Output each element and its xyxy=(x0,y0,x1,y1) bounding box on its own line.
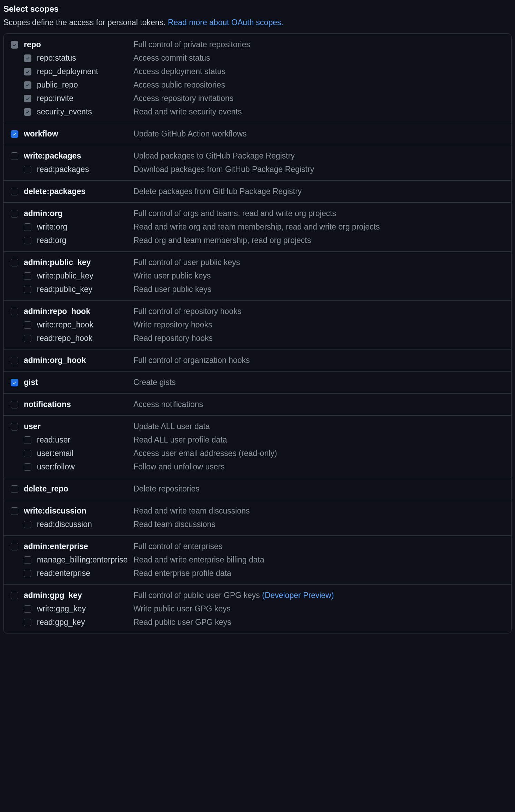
oauth-scopes-link[interactable]: Read more about OAuth scopes. xyxy=(168,18,283,27)
scope-checkbox[interactable] xyxy=(24,619,31,626)
scope-checkbox[interactable] xyxy=(24,286,31,293)
scope-name[interactable]: gist xyxy=(20,378,133,387)
scope-name[interactable]: admin:gpg_key xyxy=(20,591,133,600)
scope-row: write:public_keyWrite user public keys xyxy=(4,269,511,283)
scope-checkbox[interactable] xyxy=(24,81,31,89)
scope-checkbox[interactable] xyxy=(24,272,31,280)
scope-description-text: Full control of orgs and teams, read and… xyxy=(133,209,336,218)
checkbox-wrap xyxy=(11,41,20,49)
scope-checkbox[interactable] xyxy=(24,321,31,329)
scope-checkbox[interactable] xyxy=(11,379,18,386)
scope-group: delete_repoDelete repositories xyxy=(4,478,511,500)
scope-checkbox[interactable] xyxy=(11,485,18,493)
scope-name[interactable]: write:packages xyxy=(20,151,133,161)
scope-row: userUpdate ALL user data xyxy=(4,420,511,433)
scope-row: repo:statusAccess commit status xyxy=(4,51,511,65)
scope-checkbox[interactable] xyxy=(11,152,18,160)
scope-description: Read enterprise profile data xyxy=(133,569,511,578)
scope-name[interactable]: admin:repo_hook xyxy=(20,307,133,316)
scope-row: write:discussionRead and write team disc… xyxy=(4,504,511,518)
scope-name[interactable]: workflow xyxy=(20,129,133,139)
scope-name[interactable]: repo xyxy=(20,40,133,49)
checkbox-wrap xyxy=(24,68,33,75)
scope-checkbox[interactable] xyxy=(11,130,18,138)
scope-name[interactable]: read:enterprise xyxy=(33,569,133,578)
scope-checkbox[interactable] xyxy=(11,507,18,515)
checkbox-wrap xyxy=(24,95,33,102)
checkbox-wrap xyxy=(24,619,33,626)
scope-checkbox[interactable] xyxy=(24,556,31,564)
section-heading: Select scopes xyxy=(3,4,512,14)
scope-description: Access user email addresses (read-only) xyxy=(133,449,511,458)
scope-name[interactable]: public_repo xyxy=(33,80,133,90)
scope-name[interactable]: admin:org_hook xyxy=(20,356,133,365)
scope-row: user:emailAccess user email addresses (r… xyxy=(4,447,511,460)
scope-name[interactable]: admin:org xyxy=(20,209,133,218)
scope-name[interactable]: read:repo_hook xyxy=(33,334,133,343)
scope-checkbox[interactable] xyxy=(11,188,18,195)
checkbox-wrap xyxy=(11,423,20,430)
scope-checkbox[interactable] xyxy=(24,68,31,75)
scope-description-text: Read repository hooks xyxy=(133,334,213,343)
scope-checkbox[interactable] xyxy=(24,436,31,444)
scope-name[interactable]: write:repo_hook xyxy=(33,320,133,329)
scope-checkbox[interactable] xyxy=(11,41,18,49)
scope-name[interactable]: write:gpg_key xyxy=(33,604,133,613)
scope-description-link[interactable]: (Developer Preview) xyxy=(262,591,334,600)
scope-description: Full control of user public keys xyxy=(133,258,511,267)
scope-name[interactable]: read:gpg_key xyxy=(33,618,133,627)
scope-description: Create gists xyxy=(133,378,511,387)
scope-name[interactable]: write:public_key xyxy=(33,271,133,281)
scope-checkbox[interactable] xyxy=(24,108,31,116)
scope-description-text: Full control of public user GPG keys xyxy=(133,591,262,600)
checkbox-wrap xyxy=(24,166,33,173)
scope-name[interactable]: read:user xyxy=(33,435,133,445)
scope-name[interactable]: repo_deployment xyxy=(33,67,133,76)
scope-name[interactable]: security_events xyxy=(33,107,133,116)
scope-checkbox[interactable] xyxy=(24,450,31,457)
scope-checkbox[interactable] xyxy=(24,237,31,244)
scope-description: Full control of orgs and teams, read and… xyxy=(133,209,511,218)
scope-name[interactable]: repo:invite xyxy=(33,94,133,103)
scope-checkbox[interactable] xyxy=(11,259,18,266)
scope-description: Write repository hooks xyxy=(133,320,511,329)
scope-name[interactable]: admin:public_key xyxy=(20,258,133,267)
scope-name[interactable]: manage_billing:enterprise xyxy=(33,555,133,565)
scope-checkbox[interactable] xyxy=(11,308,18,315)
scope-group: notificationsAccess notifications xyxy=(4,393,511,415)
scope-name[interactable]: write:org xyxy=(33,222,133,232)
scope-name[interactable]: user xyxy=(20,422,133,431)
scope-checkbox[interactable] xyxy=(24,223,31,231)
scope-name[interactable]: user:follow xyxy=(33,462,133,471)
scope-name[interactable]: delete:packages xyxy=(20,187,133,196)
scope-checkbox[interactable] xyxy=(24,570,31,577)
scope-name[interactable]: delete_repo xyxy=(20,484,133,494)
scope-name[interactable]: read:packages xyxy=(33,165,133,174)
scope-checkbox[interactable] xyxy=(24,166,31,173)
scope-name[interactable]: read:org xyxy=(33,236,133,245)
scope-description-text: Update ALL user data xyxy=(133,422,210,431)
scope-checkbox[interactable] xyxy=(11,210,18,217)
scope-name[interactable]: user:email xyxy=(33,449,133,458)
scope-name[interactable]: write:discussion xyxy=(20,506,133,516)
scope-row: delete_repoDelete repositories xyxy=(4,482,511,496)
scope-name[interactable]: read:discussion xyxy=(33,520,133,529)
scope-checkbox[interactable] xyxy=(11,423,18,430)
checkbox-wrap xyxy=(11,308,20,315)
scope-checkbox[interactable] xyxy=(24,335,31,342)
scope-checkbox[interactable] xyxy=(24,521,31,528)
scope-name[interactable]: notifications xyxy=(20,400,133,409)
scope-name[interactable]: admin:enterprise xyxy=(20,542,133,551)
scope-checkbox[interactable] xyxy=(11,357,18,364)
scope-checkbox[interactable] xyxy=(24,605,31,613)
checkbox-wrap xyxy=(24,463,33,471)
scope-name[interactable]: read:public_key xyxy=(33,285,133,294)
scope-checkbox[interactable] xyxy=(11,543,18,550)
scope-group: admin:gpg_keyFull control of public user… xyxy=(4,584,511,633)
scope-checkbox[interactable] xyxy=(11,401,18,408)
scope-checkbox[interactable] xyxy=(11,592,18,599)
scope-name[interactable]: repo:status xyxy=(33,53,133,63)
scope-checkbox[interactable] xyxy=(24,463,31,471)
scope-checkbox[interactable] xyxy=(24,95,31,102)
scope-checkbox[interactable] xyxy=(24,54,31,62)
